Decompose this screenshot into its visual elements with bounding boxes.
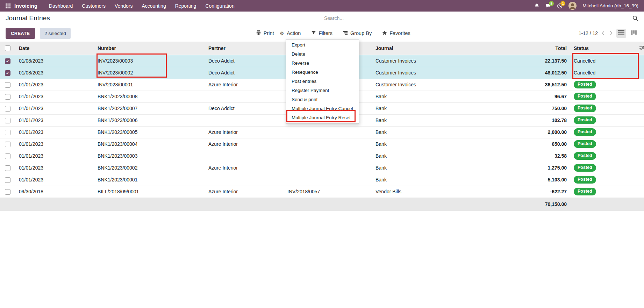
table-row[interactable]: 09/30/2018BILL/2018/09/0001Azure Interio… (0, 186, 644, 198)
cell-status: Posted (570, 186, 636, 198)
cell-partner: Azure Interior (205, 162, 284, 174)
action-menu-item-multiple-journal-entry-cancel[interactable]: Multiple Journal Entry Cancel (286, 104, 359, 113)
column-header-total[interactable]: Total (478, 42, 570, 55)
favorites-button[interactable]: Favorites (382, 30, 410, 36)
action-menu-item-resequence[interactable]: Resequence (286, 68, 359, 77)
nav-item-configuration[interactable]: Configuration (201, 0, 239, 12)
row-checkbox[interactable] (5, 153, 10, 159)
action-menu-item-export[interactable]: Export (286, 41, 359, 50)
cell-date: 01/01/2023 (15, 162, 94, 174)
row-checkbox[interactable] (5, 177, 10, 183)
column-header-status[interactable]: Status (570, 42, 636, 55)
optional-columns-toggle[interactable] (636, 42, 644, 55)
activities-badge: 1 (560, 1, 565, 6)
create-button[interactable]: CREATE (6, 28, 35, 39)
cell-date: 09/30/2018 (15, 186, 94, 198)
cell-journal: Bank (372, 162, 478, 174)
cell-status: Posted (570, 138, 636, 150)
row-checkbox[interactable] (5, 118, 10, 123)
row-checkbox[interactable] (5, 130, 10, 135)
row-checkbox[interactable] (5, 82, 10, 88)
row-checkbox[interactable] (5, 142, 10, 147)
cell-total: 96.67 (478, 91, 570, 102)
cell-partner (205, 114, 284, 126)
cell-journal: Bank (372, 174, 478, 186)
gear-icon: ⚙ (280, 31, 284, 36)
cell-date: 01/01/2023 (15, 79, 94, 91)
list-view-button[interactable] (616, 29, 626, 38)
action-menu-item-send-print[interactable]: Send & print (286, 95, 359, 104)
cell-number: BNK1/2023/00003 (94, 150, 205, 162)
action-menu-item-register-payment[interactable]: Register Payment (286, 86, 359, 95)
group-by-button[interactable]: Group By (343, 30, 372, 36)
selected-count-badge[interactable]: 2 selected (40, 28, 71, 39)
search-input[interactable] (319, 15, 630, 21)
row-checkbox[interactable] (5, 106, 10, 112)
row-checkbox[interactable] (5, 165, 10, 171)
cell-status: Posted (570, 126, 636, 138)
list-icon (618, 30, 624, 36)
page-title: Journal Entries (6, 14, 50, 22)
table-footer-row: 70,150.00 (0, 198, 644, 211)
pager: 1-12 / 12 (579, 29, 638, 38)
status-badge-posted: Posted (574, 105, 596, 112)
status-badge-posted: Posted (574, 176, 596, 184)
cell-total: 32.58 (478, 150, 570, 162)
cell-total: 750.00 (478, 102, 570, 114)
nav-item-accounting[interactable]: Accounting (137, 0, 170, 12)
messages-chat-icon[interactable]: 5 (545, 3, 551, 8)
row-checkbox[interactable] (5, 189, 10, 195)
cell-partner (205, 174, 284, 186)
pager-next-button[interactable] (609, 31, 613, 36)
print-button[interactable]: Print (256, 30, 274, 36)
kanban-view-button[interactable] (629, 29, 638, 38)
table-row[interactable]: 01/01/2023BNK1/2023/00005Azure InteriorB… (0, 126, 644, 138)
column-header-number[interactable]: Number (94, 42, 205, 55)
funnel-icon (311, 30, 316, 36)
row-checkbox[interactable] (5, 70, 10, 76)
cell-total: 5,103.00 (478, 174, 570, 186)
action-menu-item-reverse[interactable]: Reverse (286, 59, 359, 68)
select-all-header-cell (0, 42, 15, 55)
cell-number: INV/2023/00003 (94, 55, 205, 67)
table-row[interactable]: 01/01/2023BNK1/2023/00001Bank5,103.00Pos… (0, 174, 644, 186)
filters-button[interactable]: Filters (311, 30, 332, 36)
nav-item-dashboard[interactable]: Dashboard (44, 0, 78, 12)
status-badge-posted: Posted (574, 116, 596, 124)
status-badge-posted: Posted (574, 128, 596, 136)
cell-number: BNK1/2023/00008 (94, 91, 205, 102)
action-menu-item-delete[interactable]: Delete (286, 50, 359, 59)
favorites-label: Favorites (389, 30, 410, 36)
cell-status: Posted (570, 162, 636, 174)
avatar[interactable] (568, 2, 577, 10)
action-button[interactable]: ⚙ Action (280, 30, 301, 36)
table-row[interactable]: 01/01/2023BNK1/2023/00003Bank32.58Posted (0, 150, 644, 162)
table-row[interactable]: 01/01/2023BNK1/2023/00004Azure InteriorB… (0, 138, 644, 150)
notifications-bell-icon[interactable] (534, 3, 539, 8)
column-header-partner[interactable]: Partner (205, 42, 284, 55)
search-icon[interactable] (632, 15, 638, 21)
cell-status: Posted (570, 91, 636, 102)
navbar-systray: 5 1 Mitchell Admin (db_16_99) (534, 2, 638, 10)
nav-item-customers[interactable]: Customers (77, 0, 110, 12)
pager-previous-button[interactable] (601, 31, 606, 36)
user-name[interactable]: Mitchell Admin (db_16_99) (582, 3, 638, 8)
table-row[interactable]: 01/01/2023BNK1/2023/00002Azure InteriorB… (0, 162, 644, 174)
apps-grid-icon[interactable] (6, 3, 10, 8)
activities-clock-icon[interactable]: 1 (557, 3, 563, 9)
cell-number: BNK1/2023/00005 (94, 126, 205, 138)
action-menu-item-multiple-journal-entry-reset[interactable]: Multiple Journal Entry Reset (286, 113, 359, 122)
app-brand[interactable]: Invoicing (14, 3, 37, 9)
action-menu-item-post-entries[interactable]: Post entries (286, 77, 359, 86)
column-header-journal[interactable]: Journal (372, 42, 478, 55)
nav-item-vendors[interactable]: Vendors (110, 0, 137, 12)
row-checkbox[interactable] (5, 58, 10, 64)
cell-total: 22,137.50 (478, 55, 570, 67)
cell-number: BNK1/2023/00002 (94, 162, 205, 174)
cell-total: 1,275.00 (478, 162, 570, 174)
row-checkbox[interactable] (5, 94, 10, 100)
nav-item-reporting[interactable]: Reporting (171, 0, 201, 12)
cell-date: 01/01/2023 (15, 91, 94, 102)
select-all-checkbox[interactable] (5, 45, 10, 51)
column-header-date[interactable]: Date (15, 42, 94, 55)
